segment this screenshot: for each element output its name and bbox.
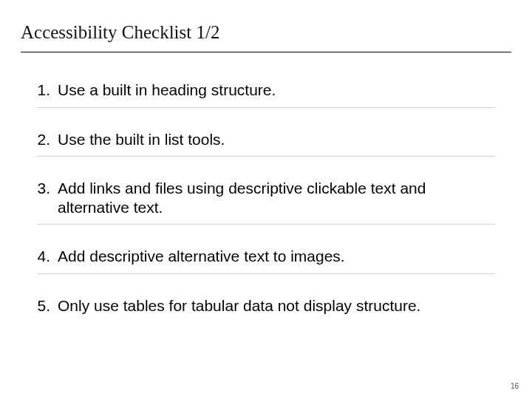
list-item-number: 2. [37, 130, 58, 149]
title-area: Accessibility Checklist 1/2 [0, 0, 532, 47]
list-item-text: Use a built in heading structure. [58, 81, 495, 100]
list-item: 5. Only use tables for tabular data not … [37, 290, 495, 323]
list-item: 1. Use a built in heading structure. [37, 75, 495, 108]
slide: Accessibility Checklist 1/2 1. Use a bui… [0, 0, 532, 399]
list-item-text: Use the built in list tools. [58, 130, 495, 149]
checklist: 1. Use a built in heading structure. 2. … [0, 52, 532, 323]
slide-title: Accessibility Checklist 1/2 [21, 22, 511, 43]
page-number: 16 [511, 382, 519, 390]
list-item-text: Only use tables for tabular data not dis… [58, 296, 495, 316]
list-item-number: 3. [37, 179, 58, 198]
list-item-text: Add descriptive alternative text to imag… [58, 247, 495, 266]
list-item-number: 5. [37, 296, 58, 316]
list-item: 2. Use the built in list tools. [37, 124, 495, 157]
list-item-number: 4. [37, 247, 58, 266]
list-item-number: 1. [37, 81, 58, 100]
list-item: 3. Add links and files using descriptive… [37, 173, 495, 225]
list-item-text: Add links and files using descriptive cl… [58, 179, 495, 216]
list-item: 4. Add descriptive alternative text to i… [37, 241, 495, 274]
